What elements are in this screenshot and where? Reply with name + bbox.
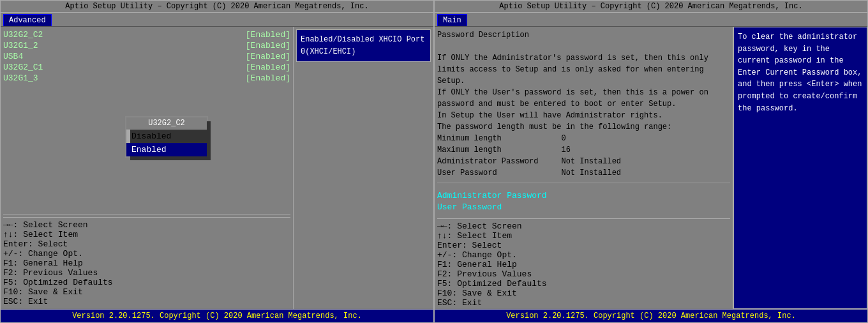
- key-hint: Enter: Select: [437, 241, 730, 250]
- settings-list: U32G2_C2 [Enabled] U32G1_2 [Enabled] USB…: [3, 29, 290, 84]
- left-right-help: Enabled/Disabled XHCIO Port 0(XHCI/EHCI): [293, 27, 433, 309]
- right-keys-section: →←: Select Screen ↑↓: Select Item Enter:…: [437, 213, 730, 308]
- left-main-content: U32G2_C2 [Enabled] U32G1_2 [Enabled] USB…: [1, 27, 293, 309]
- list-item[interactable]: U32G2_C2 [Enabled]: [3, 29, 290, 40]
- desc-line: User Password Not Installed: [437, 167, 730, 179]
- key-hint: F2: Previous Values: [3, 268, 290, 278]
- desc-line: If ONLY the Administrator's password is …: [437, 52, 730, 64]
- key-hint: ↑↓: Select Item: [437, 231, 730, 241]
- key-hint: ↑↓: Select Item: [3, 230, 290, 239]
- key-hint: F10: Save & Exit: [3, 287, 290, 297]
- tab-main[interactable]: Main: [437, 14, 467, 26]
- key-hint: →←: Select Screen: [3, 220, 290, 230]
- key-hint: F2: Previous Values: [437, 269, 730, 279]
- key-hint: F5: Optimized Defaults: [3, 278, 290, 287]
- divider: [437, 218, 730, 219]
- left-header-text: Aptio Setup Utility – Copyright (C) 2020…: [65, 2, 368, 11]
- left-tab-bar: Advanced: [1, 13, 433, 27]
- desc-line: [437, 41, 730, 52]
- desc-line: If ONLY the User's password is set, then…: [437, 87, 730, 98]
- key-hint: F10: Save & Exit: [437, 289, 730, 298]
- divider: [3, 214, 290, 214]
- list-item[interactable]: U32G2_C1 [Enabled]: [3, 62, 290, 73]
- tab-advanced[interactable]: Advanced: [3, 14, 52, 26]
- keys-section: →←: Select Screen ↑↓: Select Item Enter:…: [3, 217, 290, 306]
- list-item[interactable]: U32G1_3 [Enabled]: [3, 73, 290, 84]
- dropdown-item-disabled[interactable]: Disabled: [126, 130, 207, 143]
- right-main-panel: Password Description If ONLY the Adminis…: [435, 27, 733, 309]
- desc-line: Maximum length 16: [437, 144, 730, 156]
- right-footer: Version 2.20.1275. Copyright (C) 2020 Am…: [435, 309, 867, 322]
- right-header-text: Aptio Setup Utility – Copyright (C) 2020…: [499, 2, 802, 11]
- user-password-link[interactable]: User Password: [437, 202, 730, 212]
- divider: [437, 183, 730, 183]
- key-hint: ESC: Exit: [437, 298, 730, 308]
- password-description: Password Description If ONLY the Adminis…: [437, 29, 730, 179]
- right-body: Password Description If ONLY the Adminis…: [435, 27, 867, 309]
- desc-line: Setup.: [437, 75, 730, 87]
- left-footer: Version 2.20.1275. Copyright (C) 2020 Am…: [1, 309, 433, 322]
- administrator-password-link[interactable]: Administrator Password: [437, 191, 730, 200]
- key-hint: F1: General Help: [3, 259, 290, 268]
- right-help-panel: To clear the administrator password, key…: [733, 27, 867, 309]
- right-screen: Aptio Setup Utility – Copyright (C) 2020…: [434, 0, 868, 323]
- key-hint: F5: Optimized Defaults: [437, 279, 730, 289]
- key-hint: F1: General Help: [437, 260, 730, 269]
- key-hint: Enter: Select: [3, 239, 290, 249]
- list-item[interactable]: USB4 [Enabled]: [3, 51, 290, 62]
- key-hint: +/-: Change Opt.: [437, 250, 730, 260]
- key-hint: +/-: Change Opt.: [3, 249, 290, 259]
- dropdown-popup: U32G2_C2 Disabled Enabled: [125, 116, 208, 158]
- desc-line: The password length must be in the follo…: [437, 121, 730, 133]
- dropdown-title: U32G2_C2: [126, 117, 207, 130]
- desc-line: In Setup the User will have Administrato…: [437, 110, 730, 121]
- left-keys-section: →←: Select Screen ↑↓: Select Item Enter:…: [3, 209, 290, 306]
- list-item[interactable]: U32G1_2 [Enabled]: [3, 40, 290, 51]
- right-header: Aptio Setup Utility – Copyright (C) 2020…: [435, 1, 867, 13]
- right-tab-bar: Main: [435, 13, 867, 27]
- help-box: Enabled/Disabled XHCIO Port 0(XHCI/EHCI): [296, 29, 431, 62]
- left-screen: Aptio Setup Utility – Copyright (C) 2020…: [0, 0, 434, 323]
- key-hint: →←: Select Screen: [437, 222, 730, 231]
- left-body: U32G2_C2 [Enabled] U32G1_2 [Enabled] USB…: [1, 27, 433, 309]
- desc-line: Administrator Password Not Installed: [437, 156, 730, 167]
- dropdown-item-enabled[interactable]: Enabled: [126, 143, 207, 156]
- desc-line: limits access to Setup and is only asked…: [437, 64, 730, 75]
- password-links: Administrator Password User Password: [437, 191, 730, 213]
- key-hint: ESC: Exit: [3, 297, 290, 306]
- desc-line: Password Description: [437, 29, 730, 41]
- left-header: Aptio Setup Utility – Copyright (C) 2020…: [1, 1, 433, 13]
- desc-line: Minimum length 0: [437, 133, 730, 144]
- desc-line: password and must be entered to boot or …: [437, 98, 730, 110]
